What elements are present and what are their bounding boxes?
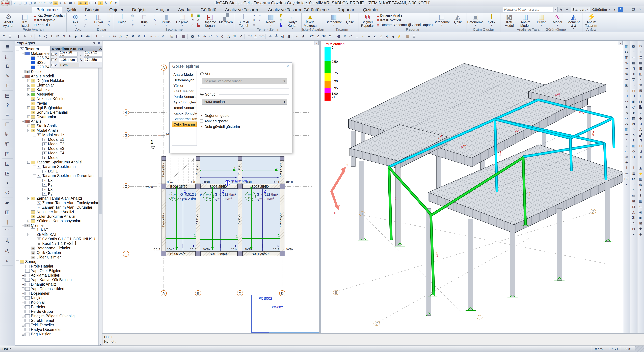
tree-expand-box[interactable]: + [27,79,30,82]
quick-access-icon[interactable]: ➤ [58,1,63,5]
left-strip-icon[interactable]: ⎗ [2,139,12,149]
tree-item[interactable]: Σ Modal E4 [16,151,98,155]
ribbon-button[interactable]: ⊞ ▼ ⊞ [279,18,284,22]
ribbon-button[interactable]: ▌ ▼ ▌ [190,13,196,18]
ribbon-button[interactable]: ◗ ▼ ◗ [258,18,263,22]
tree-expand-box[interactable]: − [22,224,24,227]
ribbon-tab[interactable]: Analiz ve Tasarım Görüntüleme [264,7,333,13]
toolbar-icon[interactable]: XY [309,33,315,39]
ribbon-button[interactable]: ▲ İskele Makrosu ▼ ▲ İskele Makrosu [302,13,318,27]
ribbon-tab[interactable]: Birleşim [81,7,105,13]
status-scale[interactable]: 1 : 50 [606,346,621,352]
tree-item[interactable]: ≣ Betonarme Çizimleri [16,246,98,250]
quick-access-icon[interactable]: ◰ [23,1,28,5]
right-toolbar-icon[interactable]: ◍ [638,182,644,187]
visualization-category-item[interactable]: Kesit Tesirleri [172,88,196,94]
ribbon-button[interactable]: ◫ Analiz Modeli ▼ ◫ Analiz Modeli [517,13,533,27]
tree-item[interactable]: Yapı Özet Bilgileri [16,269,98,273]
right-toolbar-icon[interactable]: ▦ [638,198,644,204]
tree-expand-box[interactable]: + [22,319,24,322]
veri-radio[interactable] [200,72,204,75]
tree-item[interactable]: Σ Modal E2 [16,142,98,146]
toolbar-icon[interactable]: ⇗ [300,33,306,39]
left-strip-icon[interactable]: ◱ [2,159,12,168]
tree-expand-box[interactable]: + [27,93,30,96]
left-strip-icon[interactable]: ? [2,100,12,110]
quick-access-icon[interactable]: Ȧ [103,1,108,5]
ribbon-button[interactable]: Ⅰ Çelik ▼ Ⅰ Çelik [342,13,358,27]
tree-item[interactable]: ▤ Görünüş G1 / G1 GÖRÜNÜŞÜ [16,237,98,241]
right-toolbar-icon[interactable]: ⊡ [638,220,644,226]
left-strip-icon[interactable]: ∘ [2,178,12,188]
toolbar-icon[interactable]: mm [259,33,264,39]
right-toolbar-icon[interactable]: ⋒ [631,121,636,126]
right-toolbar-icon[interactable]: ◆ [631,110,636,115]
tree-expand-box[interactable]: − [27,161,30,164]
right-toolbar-icon[interactable]: ⊠ [631,226,636,232]
layers-off-icon[interactable]: ≌ [565,7,570,12]
right-toolbar-icon[interactable]: ≣ [624,132,630,137]
model-3d-viewport[interactable]: 0.46 0.44 0.43 0.27 0.25 0.19 0.51 0.36 … [321,40,623,333]
right-toolbar-icon[interactable]: ▦ [624,43,630,49]
y-lock-checkbox[interactable] [52,58,54,61]
toolbar-icon[interactable] [34,34,36,39]
toolbar-icon[interactable]: ▦ [181,33,187,39]
right-toolbar-icon[interactable]: ▞ [638,132,644,137]
help-icon[interactable]: ? [618,7,623,12]
toolbar-icon[interactable]: ◬ [118,33,124,39]
ribbon-button[interactable]: ∿ ▼ ∿ [152,18,158,22]
ribbon-button[interactable]: ◍ ▼ ◍ [130,13,136,18]
ribbon-button[interactable]: ☑ Yarı Rijit ▼ ☑ Yarı Rijit [33,22,66,27]
toolbar-icon[interactable]: ▩ [190,33,196,39]
right-toolbar-icon[interactable]: ⊙ [631,154,636,160]
tree-expand-box[interactable]: + [22,297,24,299]
toolbar-icon[interactable] [403,34,404,39]
quick-access-icon[interactable]: ⧉ [33,1,38,5]
toolbar-icon[interactable]: Z [315,33,321,39]
ribbon-button[interactable]: ◔ ▼ ◔ [83,13,89,18]
tree-expand-box[interactable]: + [27,84,30,87]
tree-item[interactable]: − ZEMİN KAT [16,232,98,237]
right-toolbar-icon[interactable]: ◮ [638,126,644,132]
x-lock-checkbox[interactable] [52,53,54,56]
tree-item[interactable]: − Sonuç [16,260,98,264]
tree-item[interactable]: − ∿ Zaman Tanım Alanı Analizi [16,196,98,201]
visualization-category-item[interactable]: Analiz Modeli [172,72,196,77]
toolbar-icon[interactable]: ▦ [405,33,411,39]
toolbar-icon[interactable] [244,34,246,39]
right-toolbar-icon[interactable]: ◨ [638,99,644,104]
toolbar-icon[interactable]: ◠ [348,33,354,39]
ribbon-button[interactable]: ≣ Kat Kuvvetleri ▼ ≣ Kat Kuvvetleri [376,18,434,22]
command-prompt-area[interactable]: Hazır Komut : [102,334,644,346]
toolbar-icon[interactable]: ⊞ [169,33,174,39]
toolbar-icon[interactable]: 3P [321,33,327,39]
toolbar-icon[interactable]: ◭ [73,33,79,39]
tree-item[interactable]: − ∿ Tasarım Spektrumu [16,164,98,169]
right-toolbar-icon[interactable]: ◬ [631,209,636,215]
tree-expand-box[interactable]: − [22,52,24,55]
right-toolbar-icon[interactable]: ⋈ [631,176,636,182]
tree-item[interactable]: + Bağ Kirişleri [16,332,98,337]
left-strip-icon[interactable]: ∅ [2,188,12,197]
tree-expand-box[interactable]: − [16,260,19,263]
toolbar-icon[interactable] [167,34,168,39]
toolbar-icon[interactable]: ◮ [390,33,396,39]
tree-item[interactable]: − Σ Modal Analiz [16,133,98,137]
right-toolbar-icon[interactable]: ▣ [624,82,630,88]
tree-expand-box[interactable]: + [22,328,24,331]
toolbar-icon[interactable]: ↗ [238,33,244,39]
ribbon-tab[interactable]: Objeler [105,7,128,13]
viewport-corner-icon[interactable]: ↖ [618,41,622,45]
toolbar-icon[interactable] [334,34,335,39]
checkbox[interactable]: ✓ [200,125,203,128]
tree-item[interactable]: ≣ Diğer Çizimler [16,255,98,260]
ribbon-button[interactable]: ⌐ Radye Kenarı ▼ ⌐ Radye Kenarı [284,13,301,27]
right-toolbar-icon[interactable]: ≡ [638,49,644,54]
left-strip-icon[interactable]: ◫ [2,207,12,217]
right-toolbar-icon[interactable]: ▣ [638,215,644,220]
ribbon-button[interactable]: ▦ Radye ▼ ▦ Radye [263,13,279,27]
right-toolbar-icon[interactable]: ◎ [631,104,636,110]
y-coordinate-field[interactable]: -106.4 cm [59,57,78,62]
tree-item[interactable]: + Tekil Temeller [16,323,98,327]
tree-item[interactable]: Σ Modal E1 [16,137,98,142]
